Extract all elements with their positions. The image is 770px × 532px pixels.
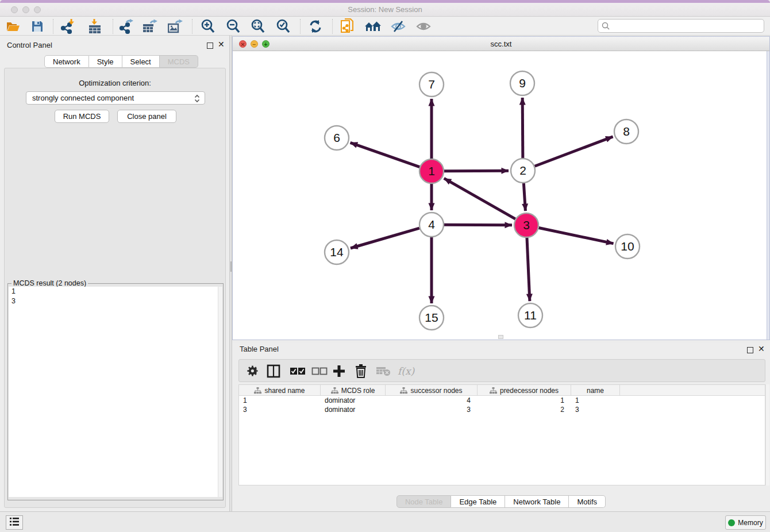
search-input[interactable] <box>598 19 764 33</box>
cell-predecessor-nodes[interactable]: 2 <box>478 405 571 414</box>
splitter-handle[interactable] <box>230 261 232 272</box>
network-window-titlebar[interactable]: ✕ − + scc.txt <box>233 37 769 51</box>
cell-name[interactable]: 1 <box>571 396 620 405</box>
mcds-panel: Optimization criterion: strongly connect… <box>4 68 226 508</box>
deselect-all-columns-icon[interactable] <box>311 363 328 379</box>
clone-network-icon[interactable] <box>339 18 356 34</box>
mcds-result-list[interactable]: 13 <box>9 287 219 497</box>
hide-selected-eye-icon[interactable] <box>390 18 407 34</box>
mcds-result-item[interactable]: 1 <box>9 287 218 296</box>
node-6[interactable]: 6 <box>325 126 349 150</box>
zoom-out-icon[interactable] <box>225 18 242 34</box>
tab-network[interactable]: Network <box>44 55 89 68</box>
zoom-in-icon[interactable] <box>199 18 217 34</box>
tab-select[interactable]: Select <box>122 55 160 68</box>
delete-column-icon[interactable] <box>355 363 367 379</box>
edge-3-1[interactable] <box>444 178 515 219</box>
float-table-panel-icon[interactable] <box>747 345 753 356</box>
cell-MCDS-role[interactable]: dominator <box>321 405 386 414</box>
cell-successor-nodes[interactable]: 4 <box>386 396 478 405</box>
close-panel-icon[interactable]: ✕ <box>218 41 225 48</box>
add-column-icon[interactable] <box>333 363 345 379</box>
cell-successor-nodes[interactable]: 3 <box>386 405 478 414</box>
cell-predecessor-nodes[interactable]: 1 <box>478 396 571 405</box>
cell-name[interactable]: 3 <box>571 405 620 414</box>
tab-node-table[interactable]: Node Table <box>396 495 452 508</box>
network-resize-handle[interactable] <box>498 335 503 339</box>
column-header-shared-name[interactable]: shared name <box>239 385 321 396</box>
close-panel-button[interactable]: Close panel <box>117 110 176 123</box>
cell-shared-name[interactable]: 3 <box>239 405 321 414</box>
node-table[interactable]: shared nameMCDS rolesuccessor nodesprede… <box>238 384 765 485</box>
network-window-title: scc.txt <box>233 37 769 51</box>
show-all-eye-icon[interactable] <box>415 18 432 34</box>
refresh-icon[interactable] <box>307 18 324 34</box>
close-table-panel-icon[interactable]: ✕ <box>758 345 765 352</box>
column-header-MCDS-role[interactable]: MCDS role <box>321 385 386 396</box>
mcds-result-item[interactable]: 3 <box>9 296 218 306</box>
node-3[interactable]: 3 <box>514 213 538 237</box>
edge-2-8[interactable] <box>535 137 613 166</box>
zoom-window-button[interactable] <box>34 6 41 13</box>
cell-shared-name[interactable]: 1 <box>239 396 321 405</box>
tab-mcds[interactable]: MCDS <box>160 55 198 68</box>
edge-2-3[interactable] <box>523 183 525 211</box>
zoom-selected-icon[interactable] <box>275 18 292 34</box>
node-1[interactable]: 1 <box>419 159 444 183</box>
export-network-icon[interactable] <box>117 18 134 34</box>
import-table-icon[interactable] <box>86 18 103 34</box>
edge-3-11[interactable] <box>527 238 530 301</box>
cell-MCDS-role[interactable]: dominator <box>321 396 386 405</box>
network-close-icon[interactable]: ✕ <box>239 40 247 48</box>
tab-edge-table[interactable]: Edge Table <box>451 495 505 508</box>
select-all-columns-icon[interactable] <box>290 363 306 379</box>
control-panel-title: Control Panel <box>7 41 52 49</box>
tab-style[interactable]: Style <box>89 55 122 68</box>
node-2[interactable]: 2 <box>511 159 535 183</box>
node-7[interactable]: 7 <box>419 72 444 97</box>
memory-button[interactable]: Memory <box>725 515 766 530</box>
node-9[interactable]: 9 <box>510 71 534 95</box>
network-scrollbar[interactable] <box>767 51 769 340</box>
close-window-button[interactable] <box>11 6 18 13</box>
tab-network-table[interactable]: Network Table <box>505 495 569 508</box>
float-panel-icon[interactable] <box>207 41 213 51</box>
home-icon[interactable] <box>364 18 382 34</box>
edge-4-3[interactable] <box>444 225 512 225</box>
node-10[interactable]: 10 <box>615 234 640 259</box>
edge-2-9[interactable] <box>522 98 523 158</box>
show-column-panel-icon[interactable] <box>267 363 280 379</box>
network-graph[interactable]: 7961284314101511 <box>233 51 766 340</box>
table-scrollbar[interactable] <box>765 384 769 485</box>
export-table-icon[interactable] <box>141 18 159 34</box>
tab-motifs[interactable]: Motifs <box>569 495 606 508</box>
node-14[interactable]: 14 <box>325 240 349 264</box>
node-15[interactable]: 15 <box>419 306 444 330</box>
column-header-name[interactable]: name <box>571 385 620 396</box>
column-header-successor-nodes[interactable]: successor nodes <box>386 385 478 396</box>
edge-3-10[interactable] <box>539 228 614 244</box>
import-network-icon[interactable] <box>59 18 76 34</box>
network-canvas[interactable]: 7961284314101511 <box>233 51 766 340</box>
console-button[interactable] <box>6 515 23 530</box>
node-4[interactable]: 4 <box>419 213 444 237</box>
table-row[interactable]: 1dominator411 <box>239 396 765 405</box>
edge-1-6[interactable] <box>351 142 420 167</box>
edge-4-14[interactable] <box>351 228 419 248</box>
export-image-icon[interactable] <box>167 18 184 34</box>
criterion-select[interactable]: strongly connected component <box>26 91 205 105</box>
table-row[interactable]: 3dominator323 <box>239 405 765 414</box>
network-minimize-icon[interactable]: − <box>251 40 258 48</box>
zoom-fit-icon[interactable] <box>249 18 267 34</box>
node-8[interactable]: 8 <box>614 119 638 144</box>
result-scrollbar[interactable] <box>218 287 222 497</box>
edge-1-2[interactable] <box>444 171 509 171</box>
open-session-icon[interactable] <box>5 18 22 34</box>
network-maximize-icon[interactable]: + <box>262 40 270 48</box>
save-session-icon[interactable] <box>29 18 46 34</box>
node-11[interactable]: 11 <box>518 303 542 327</box>
run-mcds-button[interactable]: Run MCDS <box>55 110 109 123</box>
minimize-window-button[interactable] <box>22 6 29 13</box>
column-header-predecessor-nodes[interactable]: predecessor nodes <box>478 385 571 396</box>
table-settings-icon[interactable] <box>247 363 259 379</box>
